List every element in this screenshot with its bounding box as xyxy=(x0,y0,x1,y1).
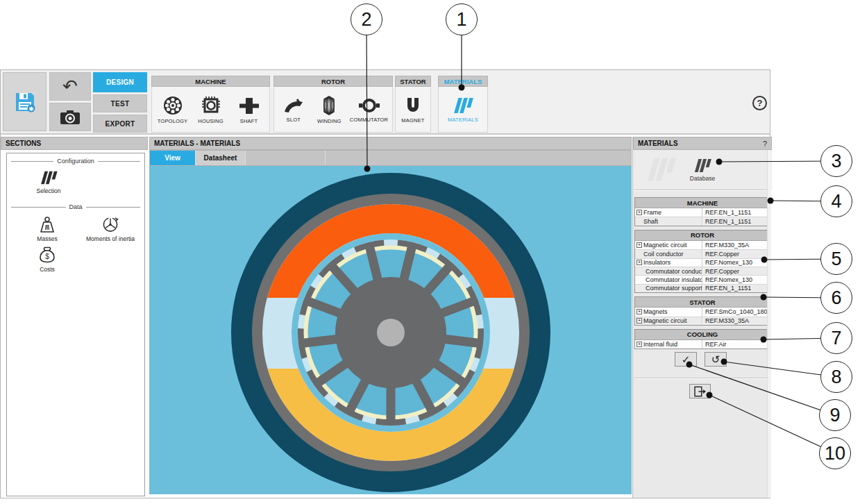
expand-icon[interactable]: + xyxy=(636,342,642,347)
app-window: ✱ ↶ DESIGN TEST EXPORT MACHINE xyxy=(0,69,770,498)
material-row-value[interactable]: REF.M330_35A xyxy=(702,317,770,325)
export-mode-button[interactable]: EXPORT xyxy=(93,115,147,133)
material-row-value[interactable]: REF.Nomex_130 xyxy=(702,276,770,283)
winding-button[interactable]: WINDING xyxy=(312,95,348,124)
material-row-value[interactable]: REF.Nomex_130 xyxy=(702,259,770,267)
screenshot-button[interactable] xyxy=(49,103,91,131)
material-row-value[interactable]: REF.EN_1_1151 xyxy=(702,285,770,292)
database-area: Database xyxy=(633,150,772,190)
callout-7: 7 xyxy=(820,322,852,354)
expand-icon[interactable]: + xyxy=(636,309,642,314)
database-button[interactable]: Database xyxy=(675,153,730,185)
material-row[interactable]: Commutator conductorREF.Copper xyxy=(635,267,770,275)
design-label: DESIGN xyxy=(106,78,134,86)
material-row[interactable]: ShaftREF.EN_1_1151 xyxy=(635,217,770,225)
callout-6: 6 xyxy=(820,282,852,314)
test-mode-button[interactable]: TEST xyxy=(93,94,147,112)
main-view-header: MATERIALS - MATERIALS xyxy=(149,137,632,150)
magnet-button[interactable]: MAGNET xyxy=(397,96,429,124)
materials-table-machine: MACHINE+FrameREF.EN_1_1151ShaftREF.EN_1_… xyxy=(634,197,770,226)
expand-icon[interactable]: + xyxy=(636,260,642,265)
material-row[interactable]: +MagnetsREF.SmCo_1040_1800 xyxy=(635,308,770,316)
material-row[interactable]: +InsulatorsREF.Nomex_130 xyxy=(635,258,770,267)
sidebar-item-selection[interactable]: Selection xyxy=(14,170,83,194)
group-rotor: ROTOR SLOT xyxy=(273,76,393,133)
machine-view[interactable] xyxy=(149,166,632,494)
slot-icon xyxy=(283,96,304,115)
test-label: TEST xyxy=(111,100,130,108)
materials-table-rotor: ROTOR+Magnetic circuitREF.M330_35ACoil c… xyxy=(634,230,770,293)
material-row[interactable]: Coil conductorREF.Copper xyxy=(635,249,770,258)
undo-button[interactable]: ↶ xyxy=(49,72,91,101)
expand-icon[interactable]: + xyxy=(636,210,642,215)
callout-3: 3 xyxy=(820,145,852,177)
sections-panel: Configuration Selection Data M xyxy=(6,153,145,496)
separator xyxy=(634,378,770,379)
callout-9: 9 xyxy=(819,399,851,431)
commutator-button[interactable]: COMMUTATOR xyxy=(347,96,391,123)
table-header-cooling: COOLING xyxy=(635,330,770,340)
help-icon[interactable]: ? xyxy=(752,96,767,110)
tab-datasheet[interactable]: Datasheet xyxy=(196,151,246,165)
material-row-label: Coil conductor xyxy=(635,250,702,258)
material-row[interactable]: Commutator supportREF.EN_1_1151 xyxy=(635,284,770,292)
material-row[interactable]: Commutator insulatorREF.Nomex_130 xyxy=(635,275,770,283)
callout-1: 1 xyxy=(446,3,478,35)
material-row-value[interactable]: REF.EN_1_1151 xyxy=(702,217,770,225)
revert-button[interactable]: ↺ xyxy=(705,352,727,367)
tab-view[interactable]: View xyxy=(150,151,196,165)
housing-icon xyxy=(201,95,221,116)
group-rotor-label: ROTOR xyxy=(273,76,393,87)
sidebar-item-masses[interactable]: Masses xyxy=(12,216,82,242)
design-mode-button[interactable]: DESIGN xyxy=(93,72,147,92)
material-row[interactable]: +FrameREF.EN_1_1151 xyxy=(635,208,770,217)
undo-icon: ↶ xyxy=(62,76,78,97)
sidebar-item-inertia[interactable]: Moments of inertia xyxy=(76,216,145,242)
shaft-button[interactable]: SHAFT xyxy=(230,95,268,124)
material-row-label: Commutator support xyxy=(635,285,702,292)
material-row-value[interactable]: REF.SmCo_1040_1800 xyxy=(702,308,770,316)
main-view-title: MATERIALS - MATERIALS xyxy=(154,140,240,147)
material-row[interactable]: +Magnetic circuitREF.M330_35A xyxy=(635,317,770,325)
panel-scrollbar[interactable] xyxy=(767,150,771,498)
materials-button[interactable]: MATERIALS xyxy=(441,96,485,123)
apply-check-icon: ✓ xyxy=(682,353,691,366)
material-row-value[interactable]: REF.Copper xyxy=(702,267,770,275)
materials-panel-title: MATERIALS xyxy=(638,140,678,147)
panel-help-icon[interactable]: ? xyxy=(763,140,767,148)
materials-panel-header: MATERIALS ? xyxy=(633,137,772,150)
material-row-label: Commutator conductor xyxy=(635,267,702,275)
material-row-value[interactable]: REF.Air xyxy=(702,340,770,348)
material-row[interactable]: +Internal fluidREF.Air xyxy=(635,340,770,348)
camera-icon xyxy=(60,109,81,126)
material-row-value[interactable]: REF.Copper xyxy=(702,250,770,258)
material-row-value[interactable]: REF.M330_35A xyxy=(702,241,770,249)
material-row-label: +Magnets xyxy=(635,308,702,316)
apply-button[interactable]: ✓ xyxy=(675,352,697,367)
winding-icon xyxy=(319,95,339,116)
topology-button[interactable]: TOPOLOGY xyxy=(154,95,192,124)
tab-bar: View Datasheet xyxy=(149,150,632,166)
material-row[interactable]: +Magnetic circuitREF.M330_35A xyxy=(635,241,770,249)
group-materials-label: MATERIALS xyxy=(438,76,488,87)
callout-2: 2 xyxy=(351,3,382,35)
topology-icon xyxy=(162,95,183,116)
housing-button[interactable]: HOUSING xyxy=(192,95,230,124)
commutator-icon xyxy=(358,96,380,115)
save-icon: ✱ xyxy=(13,90,37,114)
materials-tables: MACHINE+FrameREF.EN_1_1151ShaftREF.EN_1_… xyxy=(634,197,770,353)
save-button[interactable]: ✱ xyxy=(3,72,47,131)
validate-export-button[interactable] xyxy=(689,384,711,398)
expand-icon[interactable]: + xyxy=(636,242,642,248)
callout-5: 5 xyxy=(820,243,852,275)
data-legend: Data xyxy=(11,203,140,210)
selection-icon xyxy=(40,170,58,185)
table-header-rotor: ROTOR xyxy=(635,230,770,241)
material-row-label: +Internal fluid xyxy=(635,340,702,348)
sidebar-item-costs[interactable]: $ Costs xyxy=(12,246,82,273)
expand-icon[interactable]: + xyxy=(636,318,642,324)
group-machine-label: MACHINE xyxy=(151,76,270,87)
slot-button[interactable]: SLOT xyxy=(276,96,312,123)
material-row-value[interactable]: REF.EN_1_1151 xyxy=(702,208,770,217)
material-row-label: +Frame xyxy=(635,208,702,217)
